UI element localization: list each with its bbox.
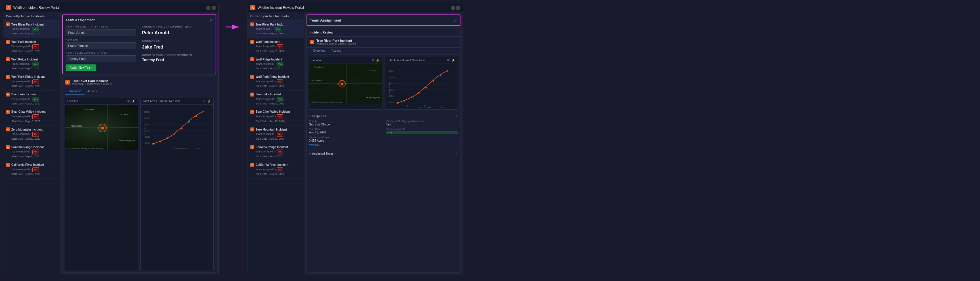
sidebar-item-5[interactable]: A Bear Claw Valley Incident Team Assigne… <box>3 108 60 125</box>
close-btn-right[interactable] <box>456 6 460 10</box>
r-badge-3: No <box>277 79 283 84</box>
team-form-grid: NEW FIRE CONTAINMENT LEAD Peter Arnold N… <box>65 25 213 71</box>
sidebar-item-4[interactable]: A Deer Lake Incident Team Assigned? - Ye… <box>3 90 60 108</box>
r-sidebar-item-1[interactable]: A Wolf Park Incident Team Assigned? - No… <box>247 38 304 56</box>
chart-card: Total Acres Burned Over Time ⊞ ⚡ 1600.00… <box>140 98 213 270</box>
expand-icon[interactable]: ⤢ <box>209 18 213 22</box>
county-prop: County San Luis Obispo <box>309 120 381 126</box>
county-label: County <box>309 120 381 122</box>
svg-line-2 <box>65 122 122 139</box>
app-logo-right: A <box>250 5 255 10</box>
r-incident-header-4: A Deer Lake Incident <box>250 92 301 97</box>
right-chart-container: 1600.00 1200.00 1000.00 800.00 600.00 40… <box>385 64 458 109</box>
minimize-btn-left[interactable] <box>207 6 210 10</box>
chart-filter-icon[interactable]: ⚡ <box>207 99 211 103</box>
assigned-team-expand-icon[interactable]: ⤢ <box>455 152 458 156</box>
right-chart-svg: 1600.00 1200.00 1000.00 800.00 600.00 40… <box>388 67 455 108</box>
r-incident-name-4: Deer Lake Incident <box>256 92 281 96</box>
svg-text:Acres Burned: Acres Burned <box>388 82 390 94</box>
incident-header-8: A California River Incident <box>6 163 57 167</box>
r-sidebar-item-0[interactable]: A Tree River Park Inci... Team Assign...… <box>247 21 304 38</box>
right-location-table-icon[interactable]: ⊞ <box>372 59 374 62</box>
r-incident-dot-1: A <box>250 40 254 44</box>
svg-text:600.00: 600.00 <box>390 95 395 97</box>
new-emt-select[interactable]: Frank Tammie <box>65 42 136 49</box>
tab-actions[interactable]: Actions <box>84 88 100 95</box>
assigned-team-title: ≡ Assigned Team <box>309 152 333 155</box>
new-fire-lead-label: NEW FIRE CONTAINMENT LEAD <box>65 25 136 28</box>
right-location-filter-icon[interactable]: ⚡ <box>376 59 380 62</box>
r-incident-meta-6: Team Assigned? - No Start Date - Aug 20,… <box>250 132 301 141</box>
r-sidebar-item-4[interactable]: A Deer Lake Incident Team Assigned? - Ye… <box>247 90 304 108</box>
start-date-prop: Start Date Aug 26, 2020 <box>309 128 381 134</box>
r-incident-dot-8: A <box>250 163 254 167</box>
right-map-attribution: © 2020 OpenStreetMap, Improve this map <box>310 101 342 103</box>
contained-prop: Contained To Unpopulated Areas Yes <box>386 120 458 126</box>
view-all-link[interactable]: View all... <box>309 142 458 147</box>
svg-point-54 <box>411 97 412 98</box>
svg-point-22 <box>174 133 175 135</box>
r-sidebar-item-6[interactable]: A Zero Mountain Incident Team Assigned? … <box>247 125 304 143</box>
app-title-left: Wildfire Incident Review Portal <box>13 6 60 10</box>
right-map-label-santa: Santa Margarita <box>366 97 380 98</box>
start-date-label: Start Date <box>309 128 381 130</box>
contained-label: Contained To Unpopulated Areas <box>386 120 458 122</box>
location-filter-icon[interactable]: ⚡ <box>132 99 135 103</box>
chart-area-container: 1600.00 1200.00 1000.00 800.00 600.00 40… <box>141 105 213 150</box>
r-incident-header-8: A California River Incident <box>250 163 301 167</box>
svg-point-59 <box>447 70 448 71</box>
new-public-select[interactable]: Tommy Fred <box>65 56 136 62</box>
right-tab-actions[interactable]: Actions <box>328 48 345 54</box>
svg-point-19 <box>152 143 154 145</box>
incident-header-0: A Tree River Park Incident <box>6 22 57 26</box>
right-chart-title: Total Acres Burned Over Time <box>387 59 425 62</box>
right-chart-table-icon[interactable]: ⊞ <box>447 59 450 62</box>
incident-name-0: Tree River Park Incident <box>11 23 44 26</box>
r-sidebar-item-3[interactable]: A Wolf Park Ridge Incident Team Assigned… <box>247 73 304 90</box>
badge-1: No <box>32 44 39 49</box>
r-incident-meta-5: Team Assigned? - No Start Date - Sep 13,… <box>250 114 301 123</box>
sidebar-item-2[interactable]: A Wolf Ridge Incident Team Assigned? - Y… <box>3 56 60 73</box>
minimize-btn-right[interactable] <box>451 6 455 10</box>
incident-header-1: A Wolf Park Incident <box>6 40 57 44</box>
right-tab-overview[interactable]: Overview <box>310 48 328 54</box>
r-sidebar-item-7[interactable]: A Sonoma Range Incident Team Assigned? -… <box>247 143 304 160</box>
r-sidebar-item-5[interactable]: A Bear Claw Valley Incident Team Assigne… <box>247 108 304 125</box>
team-assigned-label: Team Assigned? <box>386 128 458 130</box>
svg-point-55 <box>418 92 420 94</box>
incident-dot-0: A <box>6 22 10 26</box>
close-btn-left[interactable] <box>212 6 216 10</box>
badge-8: No <box>32 167 39 172</box>
chart-table-icon[interactable]: ⊞ <box>203 99 205 103</box>
assign-team-button[interactable]: Assign New Team <box>65 64 96 71</box>
svg-text:800.00: 800.00 <box>390 89 395 91</box>
svg-point-58 <box>440 75 441 76</box>
incident-header-6: A Zero Mountain Incident <box>6 127 57 132</box>
r-badge-4: Yes <box>277 97 283 102</box>
right-expand-icon[interactable]: ⤢ <box>453 18 457 22</box>
assigned-team-header: ≡ Assigned Team ⤢ <box>309 152 458 156</box>
window-controls-right <box>451 6 460 10</box>
properties-expand-icon[interactable]: ⤢ <box>455 114 458 118</box>
current-public-group: Current Public Correspondent Tommy Fred <box>142 54 213 62</box>
map-attribution: © 2020 OpenStreetMap, Improve this map <box>66 148 104 149</box>
r-incident-meta-8: Team Assigned? - No Start Date - Aug 22,… <box>250 167 301 176</box>
r-incident-dot-5: A <box>250 110 254 114</box>
sidebar-item-6[interactable]: A Zero Mountain Incident Team Assigned? … <box>3 125 60 143</box>
r-sidebar-item-2[interactable]: A Wolf Ridge Incident Team Assigned? - Y… <box>247 56 304 73</box>
sidebar-item-8[interactable]: A California River Incident Team Assigne… <box>3 161 60 179</box>
properties-section: ≡ Properties ⤢ County San Luis Obispo Co… <box>307 112 460 149</box>
right-chart-filter-icon[interactable]: ⚡ <box>451 59 455 62</box>
incident-header-2: A Wolf Ridge Incident <box>6 57 57 61</box>
svg-point-23 <box>181 128 182 129</box>
incident-name-7: Sonoma Range Incident <box>11 145 44 149</box>
svg-point-24 <box>188 121 190 122</box>
sidebar-item-3[interactable]: A Wolf Park Ridge Incident Team Assigned… <box>3 73 60 90</box>
sidebar-item-7[interactable]: A Sonoma Range Incident Team Assigned? -… <box>3 143 60 160</box>
sidebar-item-1[interactable]: A Wolf Park Incident Team Assigned? - No… <box>3 38 60 56</box>
new-fire-lead-select[interactable]: Peter Arnold <box>65 29 136 36</box>
sidebar-item-0[interactable]: A Tree River Park Incident Team Assigned… <box>3 21 60 38</box>
location-table-icon[interactable]: ⊞ <box>127 99 130 103</box>
tab-overview[interactable]: Overview <box>65 88 84 95</box>
r-sidebar-item-8[interactable]: A California River Incident Team Assigne… <box>247 161 304 179</box>
